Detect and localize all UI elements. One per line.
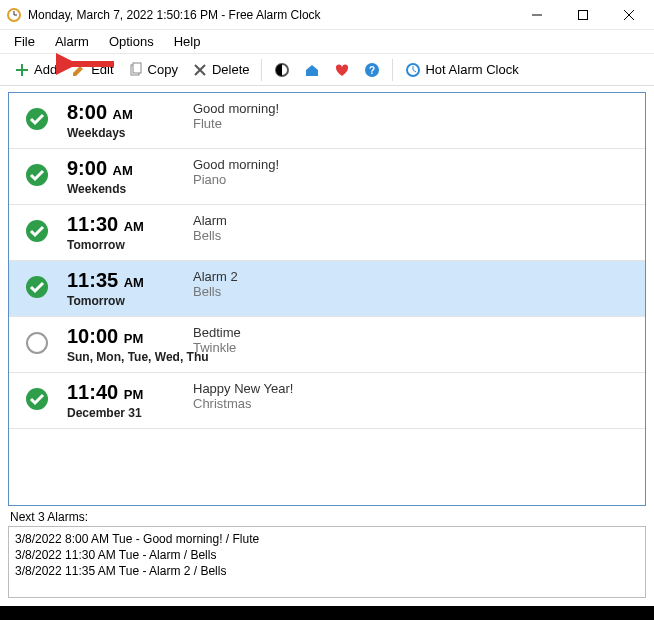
alarm-time: 9:00 AM [67, 157, 175, 182]
alarm-sound: Piano [193, 172, 635, 187]
close-button[interactable] [606, 0, 652, 30]
alarm-row[interactable]: 11:35 AMTomorrowAlarm 2Bells [9, 261, 645, 317]
help-button[interactable]: ? [358, 60, 386, 80]
empty-circle-icon[interactable] [25, 331, 49, 355]
menu-help[interactable]: Help [164, 32, 211, 51]
add-button[interactable]: Add [8, 60, 63, 80]
check-circle-icon[interactable] [25, 107, 49, 131]
svg-point-20 [27, 333, 47, 353]
menubar: File Alarm Options Help [0, 30, 654, 54]
window-controls [514, 0, 652, 30]
alarm-time-col: 11:40 PMDecember 31 [67, 381, 175, 420]
next-alarm-item: 3/8/2022 11:30 AM Tue - Alarm / Bells [15, 547, 639, 563]
alarm-day: Tomorrow [67, 238, 175, 252]
delete-button[interactable]: Delete [186, 60, 256, 80]
alarm-row[interactable]: 10:00 PMSun, Mon, Tue, Wed, ThuBedtimeTw… [9, 317, 645, 373]
heart-icon [334, 62, 350, 78]
alarm-info-col: BedtimeTwinkle [193, 325, 635, 355]
svg-rect-8 [133, 63, 141, 73]
alarm-message: Happy New Year! [193, 381, 635, 396]
add-label: Add [34, 62, 57, 77]
next-alarm-item: 3/8/2022 11:35 AM Tue - Alarm 2 / Bells [15, 563, 639, 579]
edit-label: Edit [91, 62, 113, 77]
alarm-time-col: 11:35 AMTomorrow [67, 269, 175, 308]
content-area: 8:00 AMWeekdaysGood morning!Flute9:00 AM… [0, 86, 654, 606]
alarm-message: Alarm 2 [193, 269, 635, 284]
pencil-icon [71, 62, 87, 78]
hot-alarm-clock-link[interactable]: Hot Alarm Clock [399, 60, 524, 80]
alarm-message: Bedtime [193, 325, 635, 340]
delete-label: Delete [212, 62, 250, 77]
x-icon [192, 62, 208, 78]
menu-options[interactable]: Options [99, 32, 164, 51]
alarm-time-col: 8:00 AMWeekdays [67, 101, 175, 140]
alarm-time-col: 9:00 AMWeekends [67, 157, 175, 196]
alarm-day: December 31 [67, 406, 175, 420]
toolbar: Add Edit Copy Delete ? Hot Alar [0, 54, 654, 86]
favorite-button[interactable] [328, 60, 356, 80]
svg-text:?: ? [369, 65, 375, 76]
alarm-message: Good morning! [193, 101, 635, 116]
maximize-button[interactable] [560, 0, 606, 30]
alarm-time: 10:00 PM [67, 325, 175, 350]
bottom-bar [0, 606, 654, 620]
alarm-row[interactable]: 9:00 AMWeekendsGood morning!Piano [9, 149, 645, 205]
app-icon [6, 7, 22, 23]
next-alarms-box: 3/8/2022 8:00 AM Tue - Good morning! / F… [8, 526, 646, 598]
home-button[interactable] [298, 60, 326, 80]
hot-label: Hot Alarm Clock [425, 62, 518, 77]
alarm-sound: Christmas [193, 396, 635, 411]
check-circle-icon[interactable] [25, 275, 49, 299]
alarm-row[interactable]: 8:00 AMWeekdaysGood morning!Flute [9, 93, 645, 149]
minimize-button[interactable] [514, 0, 560, 30]
check-circle-icon[interactable] [25, 387, 49, 411]
separator [261, 59, 262, 81]
alarm-message: Good morning! [193, 157, 635, 172]
contrast-icon [274, 62, 290, 78]
question-icon: ? [364, 62, 380, 78]
copy-button[interactable]: Copy [122, 60, 184, 80]
alarm-day: Weekdays [67, 126, 175, 140]
alarm-time: 11:35 AM [67, 269, 175, 294]
alarm-time: 11:30 AM [67, 213, 175, 238]
home-icon [304, 62, 320, 78]
menu-alarm[interactable]: Alarm [45, 32, 99, 51]
plus-icon [14, 62, 30, 78]
alarm-info-col: Good morning!Flute [193, 101, 635, 131]
alarm-list[interactable]: 8:00 AMWeekdaysGood morning!Flute9:00 AM… [8, 92, 646, 506]
alarm-sound: Twinkle [193, 340, 635, 355]
titlebar: Monday, March 7, 2022 1:50:16 PM - Free … [0, 0, 654, 30]
alarm-day: Tomorrow [67, 294, 175, 308]
next-alarms-label: Next 3 Alarms: [8, 506, 646, 526]
alarm-info-col: Good morning!Piano [193, 157, 635, 187]
alarm-sound: Bells [193, 228, 635, 243]
menu-file[interactable]: File [4, 32, 45, 51]
check-circle-icon[interactable] [25, 163, 49, 187]
alarm-day: Weekends [67, 182, 175, 196]
alarm-info-col: Happy New Year!Christmas [193, 381, 635, 411]
edit-button[interactable]: Edit [65, 60, 119, 80]
alarm-time-col: 11:30 AMTomorrow [67, 213, 175, 252]
alarm-info-col: Alarm 2Bells [193, 269, 635, 299]
check-circle-icon[interactable] [25, 219, 49, 243]
app-window: Monday, March 7, 2022 1:50:16 PM - Free … [0, 0, 654, 620]
alarm-row[interactable]: 11:40 PMDecember 31Happy New Year!Christ… [9, 373, 645, 429]
alarm-row[interactable]: 11:30 AMTomorrowAlarmBells [9, 205, 645, 261]
alarm-time: 8:00 AM [67, 101, 175, 126]
alarm-info-col: AlarmBells [193, 213, 635, 243]
theme-button[interactable] [268, 60, 296, 80]
svg-rect-4 [579, 10, 588, 19]
window-title: Monday, March 7, 2022 1:50:16 PM - Free … [28, 8, 514, 22]
alarm-day: Sun, Mon, Tue, Wed, Thu [67, 350, 175, 364]
separator [392, 59, 393, 81]
next-alarm-item: 3/8/2022 8:00 AM Tue - Good morning! / F… [15, 531, 639, 547]
alarm-time: 11:40 PM [67, 381, 175, 406]
copy-icon [128, 62, 144, 78]
alarm-sound: Flute [193, 116, 635, 131]
alarm-message: Alarm [193, 213, 635, 228]
copy-label: Copy [148, 62, 178, 77]
alarm-sound: Bells [193, 284, 635, 299]
clock-icon [405, 62, 421, 78]
alarm-time-col: 10:00 PMSun, Mon, Tue, Wed, Thu [67, 325, 175, 364]
